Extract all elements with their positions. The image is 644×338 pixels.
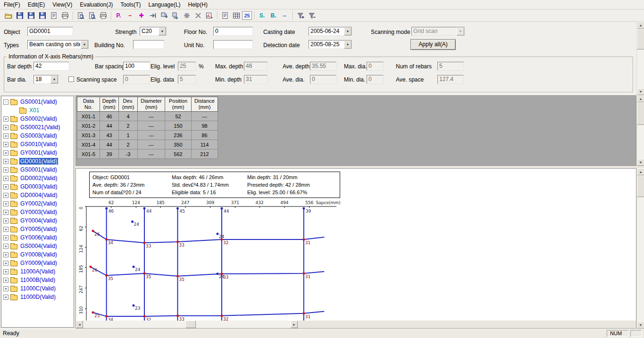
tree-item-gs0002valid[interactable]: +GS0002(Valid) [1,115,74,123]
tree-item-label[interactable]: GY0003(Valid) [19,209,58,215]
chart-export-button[interactable] [204,10,215,21]
print-preview-button[interactable] [86,10,97,21]
report-button[interactable] [219,10,230,21]
expand-toggle-icon[interactable]: + [3,159,8,164]
tree-item-11000dvalid[interactable]: +11000D(Valid) [1,293,74,301]
shift-right-button[interactable] [147,10,158,21]
scroll-down-button[interactable]: ▼ [637,159,644,166]
expand-toggle-icon[interactable]: - [3,99,8,105]
scroll-right-button[interactable]: ► [291,321,298,328]
expand-toggle-icon[interactable]: + [3,210,8,215]
tree-item-gs00021valid[interactable]: +GS00021(Valid) [1,123,74,132]
b-mode-button[interactable]: B. [268,10,279,21]
tree-item-gd0004valid[interactable]: +GD0004(Valid) [1,191,74,199]
floor-input[interactable]: 0 [213,27,253,36]
table-scrollbar[interactable]: ▲ ▼ [636,95,644,166]
tree-item-gs0001valid[interactable]: +GS0001(Valid) [1,165,74,174]
scroll-up-button[interactable]: ▲ [637,95,644,102]
find-button[interactable] [75,10,86,21]
tree-item-gy0008valid[interactable]: +GY0008(Valid) [1,250,74,259]
scroll-down-button[interactable]: ▼ [637,88,644,95]
expand-toggle-icon[interactable]: + [3,184,8,190]
tree-item-label[interactable]: GY0008(Valid) [19,251,58,258]
expand-toggle-icon[interactable]: + [3,227,8,232]
menu-tools[interactable]: Tools(T) [117,0,144,9]
tree-item-gy0005valid[interactable]: +GY0005(Valid) [1,225,74,233]
object-input[interactable]: GD0001 [27,27,73,36]
tree-item-label[interactable]: GS0010(Valid) [19,141,58,148]
chevron-down-icon[interactable]: ▼ [344,27,351,35]
tree-item-gs0004valid[interactable]: +GS0004(Valid) [1,242,74,250]
expand-toggle-icon[interactable]: + [3,142,8,147]
column-header[interactable]: Distance(mm) [192,97,218,112]
expand-toggle-icon[interactable]: + [3,295,8,300]
tree-item-gy0001valid[interactable]: +GY0001(Valid) [1,148,74,157]
expand-toggle-icon[interactable]: + [3,244,8,249]
bar-dia-select[interactable]: 18 ▼ [33,75,59,84]
expand-toggle-icon[interactable]: + [3,193,8,198]
scrollbar-thumb[interactable] [185,321,196,328]
scrollbar-thumb[interactable] [637,29,644,49]
copy-print-button[interactable] [59,10,70,21]
tree-item-label[interactable]: GY0009(Valid) [19,260,58,266]
table-row[interactable]: X01-1464---52--- [77,112,218,121]
tree-item-label[interactable]: X01 [28,107,40,114]
print-button[interactable] [98,10,109,21]
tree-item-gy0002valid[interactable]: +GY0002(Valid) [1,199,74,208]
tree-item-label[interactable]: 11000A(Valid) [19,268,56,275]
remove-point-button[interactable]: − [125,10,135,21]
scroll-left-button[interactable]: ◄ [76,321,83,328]
tree-item-x01[interactable]: X01 [1,106,74,115]
strength-select[interactable]: C20 ▼ [140,27,167,36]
scroll-down-button[interactable]: ▼ [637,322,644,329]
data-table-button[interactable] [231,10,242,21]
save-as-button[interactable] [37,10,48,21]
tree-item-label[interactable]: GS0004(Valid) [19,243,58,249]
chevron-down-icon[interactable]: ▼ [159,27,166,35]
menu-language[interactable]: Language(L) [145,0,184,9]
tree-item-label[interactable]: GS0002(Valid) [19,115,58,122]
apply-all-button[interactable]: Apply all(A) [410,39,456,50]
tree-item-gd0003valid[interactable]: +GD0003(Valid) [1,182,74,191]
table-row[interactable]: X01-539-3---562212 [77,149,218,159]
scrollbar-thumb[interactable] [637,102,644,125]
scanning-space-checkbox[interactable] [68,76,74,82]
tree-item-label[interactable]: GS0001(Valid) [19,99,58,105]
chevron-down-icon[interactable]: ▼ [50,75,58,83]
tree-item-gs0003valid[interactable]: +GS0003(Valid) [1,132,74,140]
tree-item-gy0003valid[interactable]: +GY0003(Valid) [1,208,74,216]
expand-toggle-icon[interactable]: + [3,167,8,173]
tree-item-label[interactable]: GD0001(Valid) [19,158,58,165]
settings-button[interactable] [181,10,192,21]
scroll-up-button[interactable]: ▲ [637,168,644,175]
expand-toggle-icon[interactable]: + [3,125,8,130]
tree-item-gd0002valid[interactable]: +GD0002(Valid) [1,174,74,182]
expand-toggle-icon[interactable]: + [3,201,8,206]
expand-toggle-icon[interactable]: + [3,252,8,257]
save-button[interactable] [14,10,25,21]
tree-item-label[interactable]: GS0001(Valid) [19,166,58,173]
chevron-down-icon[interactable]: ▼ [81,41,88,49]
chevron-down-icon[interactable]: ▼ [344,41,351,49]
tree-item-gd0001valid[interactable]: +GD0001(Valid) [1,157,74,165]
bar-spacing-input[interactable]: 100 [123,62,150,71]
tree-item-label[interactable]: 11000D(Valid) [19,294,57,300]
column-header[interactable]: Diameter(mm) [138,97,165,112]
tree-item-label[interactable]: GD0002(Valid) [19,175,58,181]
expand-toggle-icon[interactable]: + [3,235,8,240]
tree-item-11000cvalid[interactable]: +11000C(Valid) [1,284,74,293]
export-file-button[interactable] [48,10,59,21]
bar-depth-input[interactable]: 42 [33,62,69,71]
tree-item-label[interactable]: GS00021(Valid) [19,124,61,131]
tree-item-label[interactable]: 11000B(Valid) [19,277,56,283]
point-mark-button[interactable]: P. [113,10,124,21]
tree-item-label[interactable]: GD0003(Valid) [19,183,58,190]
add-point-button[interactable]: ✚ [136,10,147,21]
menu-view[interactable]: View(V) [49,0,76,9]
tree-item-label[interactable]: GD0004(Valid) [19,192,58,198]
chart-horizontal-scrollbar[interactable]: ◄ ► [76,321,298,328]
menu-evaluation[interactable]: Evaluation(J) [76,0,117,9]
expand-toggle-icon[interactable]: + [3,269,8,274]
table-row[interactable]: X01-2442---15098 [77,121,218,131]
expand-toggle-icon[interactable]: + [3,278,8,283]
